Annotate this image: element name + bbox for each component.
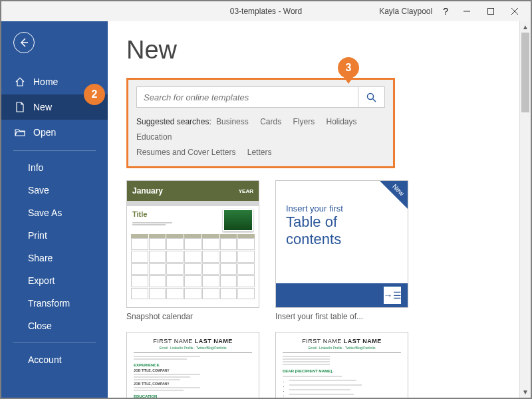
callout-2: 2 xyxy=(84,84,105,105)
search-row xyxy=(136,86,385,108)
vertical-scrollbar[interactable]: ▲ ▼ xyxy=(519,21,531,398)
template-search-input[interactable] xyxy=(137,92,358,102)
maximize-button[interactable] xyxy=(479,2,503,21)
template-thumbnail: FIRST NAME LAST NAME Email · LinkedIn Pr… xyxy=(275,332,408,398)
scroll-down-arrow[interactable]: ▼ xyxy=(520,386,531,398)
suggested-link[interactable]: Holidays xyxy=(327,117,357,126)
minimize-button[interactable] xyxy=(455,2,479,21)
back-button[interactable] xyxy=(13,32,35,53)
template-thumbnail: New Insert your first Table of contents … xyxy=(275,180,408,308)
sidebar-item-label: New xyxy=(33,102,52,112)
callout-3-tail xyxy=(344,77,353,84)
search-button[interactable] xyxy=(358,87,384,107)
sidebar-item-transform[interactable]: Transform xyxy=(1,292,108,315)
photo-placeholder xyxy=(223,209,253,231)
suggested-link[interactable]: Education xyxy=(136,132,172,142)
sidebar-item-info[interactable]: Info xyxy=(1,156,108,179)
close-button[interactable] xyxy=(503,2,527,21)
template-thumbnail: FIRST NAME LAST NAME Email · LinkedIn Pr… xyxy=(126,332,259,398)
callout-3: 3 xyxy=(338,57,359,78)
scroll-up-arrow[interactable]: ▲ xyxy=(520,21,531,33)
window-title: 03-templates - Word xyxy=(230,7,303,16)
folder-open-icon xyxy=(15,127,25,138)
sidebar-separator xyxy=(13,342,96,343)
user-name[interactable]: Kayla Claypool xyxy=(379,7,432,16)
template-caption: Insert your first table of... xyxy=(275,312,408,321)
title-bar: 03-templates - Word Kayla Claypool ? xyxy=(1,1,531,21)
sidebar-separator xyxy=(13,150,96,151)
sidebar-item-label: Home xyxy=(33,76,58,87)
suggested-label: Suggested searches: xyxy=(136,117,211,126)
sidebar-item-open[interactable]: Open xyxy=(1,120,108,145)
suggested-link[interactable]: Flyers xyxy=(293,117,315,126)
svg-line-6 xyxy=(373,98,376,102)
sidebar-item-label: Open xyxy=(33,127,56,138)
template-caption: Snapshot calendar xyxy=(126,312,259,321)
page-title: New xyxy=(126,36,517,65)
suggested-link[interactable]: Resumes and Cover Letters xyxy=(136,148,235,157)
home-icon xyxy=(15,76,25,87)
sidebar-item-print[interactable]: Print xyxy=(1,224,108,247)
backstage-sidebar: Home New Open Info Save Save As Print Sh… xyxy=(1,21,108,398)
svg-point-5 xyxy=(368,93,374,99)
sidebar-item-account[interactable]: Account xyxy=(1,348,108,371)
scroll-track[interactable] xyxy=(520,33,531,386)
sidebar-item-save-as[interactable]: Save As xyxy=(1,201,108,224)
suggested-link[interactable]: Business xyxy=(216,117,249,126)
scroll-thumb[interactable] xyxy=(521,33,529,112)
help-icon[interactable]: ? xyxy=(443,6,448,17)
template-thumbnail: JanuaryYEAR Title xyxy=(126,180,259,308)
template-snapshot-calendar[interactable]: JanuaryYEAR Title Snapshot calendar xyxy=(126,180,259,321)
template-resume-a[interactable]: FIRST NAME LAST NAME Email · LinkedIn Pr… xyxy=(126,332,259,398)
template-resume-b[interactable]: FIRST NAME LAST NAME Email · LinkedIn Pr… xyxy=(275,332,408,398)
svg-rect-1 xyxy=(488,9,494,15)
search-panel-highlight: Suggested searches: Business Cards Flyer… xyxy=(126,78,395,168)
suggested-searches: Suggested searches: Business Cards Flyer… xyxy=(136,114,385,160)
sidebar-item-share[interactable]: Share xyxy=(1,247,108,269)
template-table-of-contents[interactable]: New Insert your first Table of contents … xyxy=(275,180,408,321)
search-icon xyxy=(366,92,376,102)
new-page-content: New Suggested searches: Business Cards F… xyxy=(108,21,531,398)
sidebar-item-save[interactable]: Save xyxy=(1,179,108,201)
suggested-link[interactable]: Cards xyxy=(260,117,281,126)
sidebar-item-close[interactable]: Close xyxy=(1,315,108,337)
sidebar-item-export[interactable]: Export xyxy=(1,269,108,292)
document-arrow-icon: →☰ xyxy=(384,287,401,304)
suggested-link[interactable]: Letters xyxy=(247,148,272,157)
document-icon xyxy=(15,102,25,112)
